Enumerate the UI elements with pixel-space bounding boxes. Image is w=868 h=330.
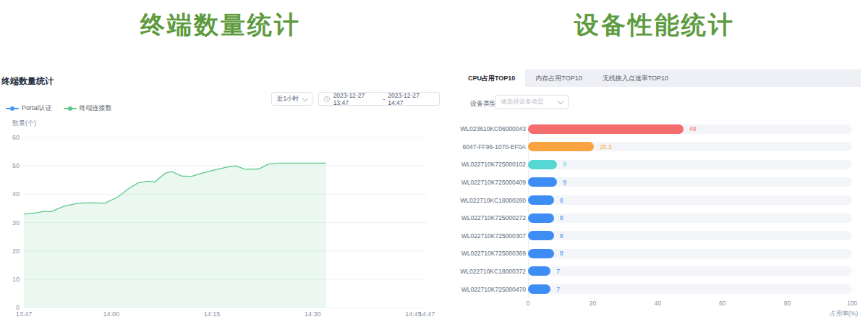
y-axis-title: 数量(个)	[12, 119, 36, 128]
legend-dot-icon	[68, 106, 72, 111]
cpu-top10-bar-chart: WL023610KC06000043486047-FF96-1070-EF0A2…	[458, 120, 861, 298]
bar-value-label: 20.3	[600, 143, 612, 151]
bar-fill	[528, 177, 557, 187]
bar-row: WL022710K7250002728	[458, 209, 861, 227]
bar-fill	[528, 195, 554, 205]
x-tick-label: 13:47	[16, 310, 33, 318]
bar-track	[528, 231, 852, 240]
bar-axis-tick: 80	[784, 300, 791, 307]
x-tick-label: 14:47	[419, 310, 435, 318]
terminal-chart-header: 终端数量统计	[1, 75, 54, 88]
bar-row: WL022710KC180002808	[458, 191, 861, 209]
clock-icon	[323, 96, 331, 103]
x-tick-label: 14:00	[103, 310, 119, 318]
bar-fill	[528, 284, 550, 294]
bar-track	[528, 284, 852, 294]
y-tick-label: 20	[12, 248, 20, 255]
legend-line-icon	[6, 108, 19, 109]
bar-category-label: WL022710K725000409	[461, 179, 526, 186]
y-tick-label: 60	[12, 134, 20, 141]
bar-row: WL022710K7250004707	[458, 280, 861, 298]
bar-axis-tick: 40	[654, 300, 660, 307]
device-type-label: 设备类型	[470, 99, 496, 109]
legend: Portal认证终端连接数	[6, 103, 112, 113]
bar-row: WL022710K7250001029	[458, 156, 861, 174]
bar-value-label: 8	[560, 250, 563, 257]
bar-fill	[528, 213, 554, 223]
tab-内存占用TOP10[interactable]: 内存占用TOP10	[525, 69, 592, 87]
bar-row: WL022710K7250004099	[458, 174, 861, 192]
bar-fill	[528, 124, 684, 134]
legend-item[interactable]: 终端连接数	[64, 103, 112, 113]
bar-track	[528, 195, 852, 205]
bar-category-label: WL022710K725000369	[461, 250, 526, 257]
bar-axis-tick: 60	[719, 300, 726, 307]
date-range-start: 2023-12-27 13:47	[333, 92, 380, 106]
time-range-select[interactable]: 近1小时	[271, 92, 312, 106]
device-type-placeholder: 请选择设备类型	[501, 98, 544, 106]
bar-track	[528, 249, 852, 258]
bar-category-label: WL022710KC18000372	[460, 268, 526, 275]
bar-value-label: 7	[556, 286, 560, 293]
bar-track	[528, 160, 852, 169]
bar-value-label: 9	[563, 179, 566, 186]
y-tick-label: 30	[12, 219, 20, 227]
bar-fill	[528, 249, 554, 258]
bar-axis-tick: 100	[847, 300, 857, 307]
bar-row: WL022710K7250003698	[458, 245, 861, 263]
legend-item[interactable]: Portal认证	[6, 103, 52, 113]
right-section-title: 设备性能统计	[448, 9, 861, 42]
time-range-value: 近1小时	[277, 95, 299, 103]
bar-axis-ticks: 020406080100	[458, 300, 861, 308]
terminal-line-chart: 010203040506013:4714:0014:1514:3014:4514…	[0, 134, 443, 329]
legend-line-icon	[64, 108, 77, 109]
legend-label: Portal认证	[22, 103, 52, 113]
bar-fill	[528, 142, 594, 151]
area-fill	[24, 163, 326, 308]
bar-category-label: WL022710K725000307	[461, 232, 526, 240]
tab-无线接入点速率TOP10[interactable]: 无线接入点速率TOP10	[592, 69, 678, 87]
bar-category-label: 6047-FF96-1070-EF0A	[463, 143, 526, 151]
y-tick-label: 10	[12, 276, 20, 283]
bar-value-label: 8	[560, 232, 563, 240]
bar-category-label: WL022710K725000272	[461, 214, 526, 221]
legend-dot-icon	[10, 106, 14, 111]
bar-fill	[528, 231, 554, 240]
date-range-separator: -	[383, 96, 385, 103]
chevron-down-icon	[302, 95, 308, 101]
stats-dashboard: 终端数量统计 设备性能统计 终端数量统计 近1小时 2023-12-27 13:…	[0, 0, 868, 330]
date-range-end: 2023-12-27 14:47	[388, 92, 435, 106]
performance-tabbar: CPU占用TOP10内存占用TOP10无线接入点速率TOP10	[458, 69, 861, 87]
y-tick-label: 50	[12, 162, 20, 169]
bar-row: 6047-FF96-1070-EF0A20.3	[458, 138, 861, 156]
bar-value-label: 8	[560, 197, 563, 204]
bar-category-label: WL022710K725000102	[461, 161, 526, 168]
bar-value-label: 9	[563, 161, 566, 168]
bar-value-label: 8	[560, 214, 563, 221]
bar-row: WL022710K7250003078	[458, 227, 861, 245]
bar-category-label: WL022710KC18000280	[460, 197, 526, 204]
x-tick-label: 14:15	[204, 310, 221, 318]
x-tick-label: 14:30	[305, 310, 321, 318]
date-range-picker[interactable]: 2023-12-27 13:47 - 2023-12-27 14:47	[318, 92, 440, 106]
left-section-title: 终端数量统计	[0, 9, 441, 42]
bar-category-label: WL022710K725000470	[461, 286, 526, 293]
bar-value-label: 48	[689, 125, 696, 132]
bar-fill	[528, 160, 557, 169]
bar-row: WL022710KC180003727	[458, 263, 861, 281]
device-type-select[interactable]: 请选择设备类型	[495, 95, 569, 109]
bar-category-label: WL023610KC06000043	[460, 125, 526, 132]
bar-track	[528, 266, 852, 276]
bar-fill	[528, 266, 550, 276]
legend-label: 终端连接数	[80, 103, 112, 113]
tab-CPU占用TOP10[interactable]: CPU占用TOP10	[458, 69, 525, 87]
bar-track	[528, 213, 852, 223]
chevron-down-icon	[558, 98, 563, 104]
bar-track	[528, 177, 852, 187]
y-tick-label: 40	[12, 190, 20, 198]
x-axis-unit-label: 占用率(%)	[458, 310, 858, 318]
bar-value-label: 7	[556, 268, 560, 275]
bar-axis-tick: 0	[527, 300, 530, 307]
bar-row: WL023610KC0600004348	[458, 120, 861, 138]
bar-axis-tick: 20	[590, 300, 596, 307]
